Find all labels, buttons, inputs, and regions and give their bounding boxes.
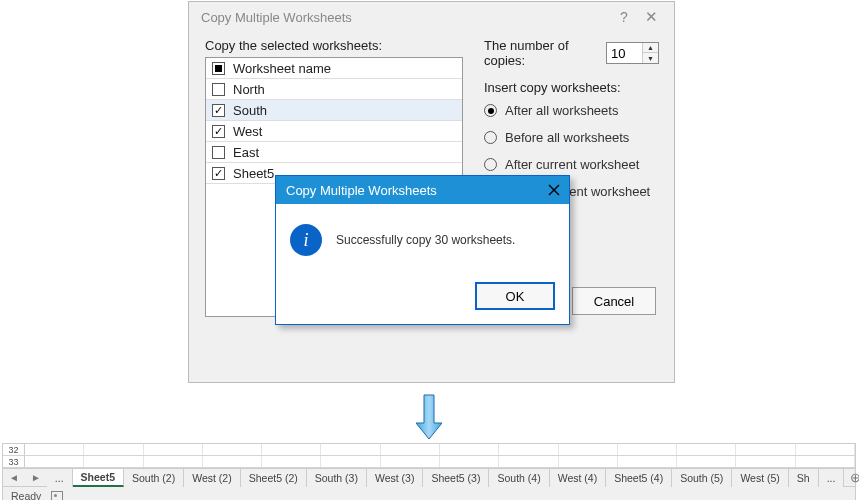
cell[interactable]	[25, 456, 84, 467]
insert-position-option[interactable]: After all worksheets	[484, 103, 659, 118]
message-text: Successfully copy 30 worksheets.	[336, 233, 515, 247]
sheet-tab[interactable]: Sheet5	[73, 469, 124, 487]
cell[interactable]	[381, 456, 440, 467]
message-close-icon[interactable]	[539, 176, 569, 204]
worksheet-checkbox[interactable]	[212, 104, 225, 117]
sheet-tab[interactable]: Sheet5 (3)	[423, 469, 489, 487]
spin-down-icon[interactable]: ▼	[643, 53, 658, 63]
sheet-tab[interactable]: West (4)	[550, 469, 606, 487]
radio-icon[interactable]	[484, 131, 497, 144]
radio-label: Before all worksheets	[505, 130, 629, 145]
worksheet-name: North	[233, 82, 265, 97]
radio-icon[interactable]	[484, 158, 497, 171]
worksheet-name: Sheet5	[233, 166, 274, 181]
message-dialog: Copy Multiple Worksheets i Successfully …	[275, 175, 570, 325]
message-footer: OK	[276, 276, 569, 324]
radio-icon[interactable]	[484, 104, 497, 117]
cell[interactable]	[736, 456, 795, 467]
cell[interactable]	[677, 456, 736, 467]
cell[interactable]	[203, 444, 262, 455]
message-title: Copy Multiple Worksheets	[286, 183, 539, 198]
sheet-tab[interactable]: West (5)	[732, 469, 788, 487]
cell[interactable]	[321, 444, 380, 455]
grid-rows: 3233	[3, 444, 855, 468]
cell[interactable]	[499, 444, 558, 455]
dialog-titlebar: Copy Multiple Worksheets ? ✕	[189, 2, 674, 32]
arrow-down-icon	[416, 393, 442, 441]
row-header[interactable]: 33	[3, 456, 25, 467]
status-bar: Ready	[3, 486, 855, 500]
cell[interactable]	[25, 444, 84, 455]
tab-overflow-right[interactable]: ...	[819, 469, 845, 487]
cell[interactable]	[321, 456, 380, 467]
list-item[interactable]: North	[206, 79, 462, 100]
spin-up-icon[interactable]: ▲	[643, 43, 658, 53]
sheet-tab[interactable]: West (3)	[367, 469, 423, 487]
list-header-row[interactable]: Worksheet name	[206, 58, 462, 79]
cell[interactable]	[736, 444, 795, 455]
cell[interactable]	[618, 444, 677, 455]
grid-row: 33	[3, 456, 855, 468]
sheet-tab[interactable]: Sh	[789, 469, 819, 487]
copies-spinner: ▲ ▼	[606, 42, 659, 64]
tab-nav-prev-icon[interactable]: ◄	[3, 472, 25, 483]
cell[interactable]	[559, 444, 618, 455]
cell[interactable]	[440, 456, 499, 467]
worksheet-name: South	[233, 103, 267, 118]
worksheet-checkbox[interactable]	[212, 83, 225, 96]
cell[interactable]	[203, 456, 262, 467]
sheet-tab[interactable]: South (5)	[672, 469, 732, 487]
worksheet-name: West	[233, 124, 262, 139]
cell[interactable]	[618, 456, 677, 467]
cell[interactable]	[262, 444, 321, 455]
insert-position-option[interactable]: Before all worksheets	[484, 130, 659, 145]
cell[interactable]	[796, 444, 855, 455]
add-sheet-icon[interactable]: ⊕	[844, 470, 859, 485]
cell[interactable]	[677, 444, 736, 455]
radio-label: After current worksheet	[505, 157, 639, 172]
select-all-checkbox[interactable]	[212, 62, 225, 75]
worksheet-checkbox[interactable]	[212, 167, 225, 180]
list-header-label: Worksheet name	[233, 61, 331, 76]
worksheet-checkbox[interactable]	[212, 125, 225, 138]
sheet-tab[interactable]: South (2)	[124, 469, 184, 487]
cell[interactable]	[381, 444, 440, 455]
cell[interactable]	[84, 456, 143, 467]
cell[interactable]	[559, 456, 618, 467]
row-header[interactable]: 32	[3, 444, 25, 455]
cancel-button[interactable]: Cancel	[572, 287, 656, 315]
cell[interactable]	[144, 444, 203, 455]
list-item[interactable]: East	[206, 142, 462, 163]
grid-row: 32	[3, 444, 855, 456]
cell[interactable]	[144, 456, 203, 467]
tab-nav-next-icon[interactable]: ►	[25, 472, 47, 483]
message-ok-button[interactable]: OK	[475, 282, 555, 310]
spreadsheet-area: 3233 ◄ ► ... Sheet5South (2)West (2)Shee…	[2, 443, 856, 500]
cell[interactable]	[796, 456, 855, 467]
help-icon[interactable]: ?	[612, 9, 636, 25]
sheet-tab[interactable]: Sheet5 (2)	[241, 469, 307, 487]
sheet-tabstrip: ◄ ► ... Sheet5South (2)West (2)Sheet5 (2…	[3, 468, 855, 486]
sheet-tab[interactable]: Sheet5 (4)	[606, 469, 672, 487]
worksheet-checkbox[interactable]	[212, 146, 225, 159]
cell[interactable]	[262, 456, 321, 467]
insert-position-option[interactable]: After current worksheet	[484, 157, 659, 172]
cell[interactable]	[499, 456, 558, 467]
list-item[interactable]: South	[206, 100, 462, 121]
cell[interactable]	[84, 444, 143, 455]
sheet-tab[interactable]: South (4)	[489, 469, 549, 487]
dialog-title: Copy Multiple Worksheets	[201, 10, 612, 25]
sheet-tab[interactable]: West (2)	[184, 469, 240, 487]
status-ready: Ready	[11, 490, 41, 501]
tab-overflow-left[interactable]: ...	[47, 469, 73, 487]
macro-record-icon[interactable]	[51, 491, 63, 501]
close-icon[interactable]: ✕	[636, 8, 666, 26]
message-titlebar: Copy Multiple Worksheets	[276, 176, 569, 204]
sheet-tab[interactable]: South (3)	[307, 469, 367, 487]
insert-position-label: Insert copy worksheets:	[484, 80, 659, 95]
list-item[interactable]: West	[206, 121, 462, 142]
info-icon: i	[290, 224, 322, 256]
copies-label: The number of copies:	[484, 38, 600, 68]
cell[interactable]	[440, 444, 499, 455]
copies-input[interactable]	[607, 46, 642, 61]
